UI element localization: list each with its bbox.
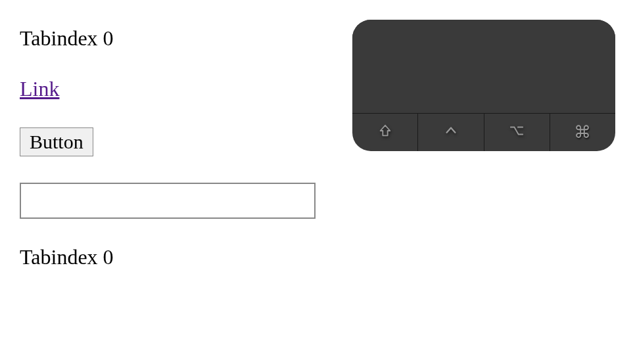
tabindex-item-1[interactable]: Tabindex 0 (20, 26, 342, 51)
option-key[interactable] (484, 114, 550, 151)
shift-icon (378, 124, 392, 142)
keyboard-modifier-overlay: ⌘ (352, 20, 615, 151)
button[interactable]: Button (20, 127, 93, 156)
command-key[interactable]: ⌘ (550, 114, 615, 151)
command-icon: ⌘ (574, 122, 591, 143)
option-icon (509, 124, 525, 142)
text-input[interactable] (20, 183, 316, 219)
tabindex-item-2[interactable]: Tabindex 0 (20, 245, 342, 269)
overlay-key-row: ⌘ (352, 113, 615, 151)
control-icon (444, 124, 458, 142)
link[interactable]: Link (20, 77, 59, 101)
control-key[interactable] (417, 114, 483, 151)
shift-key[interactable] (352, 114, 417, 151)
overlay-display-area (352, 20, 615, 113)
